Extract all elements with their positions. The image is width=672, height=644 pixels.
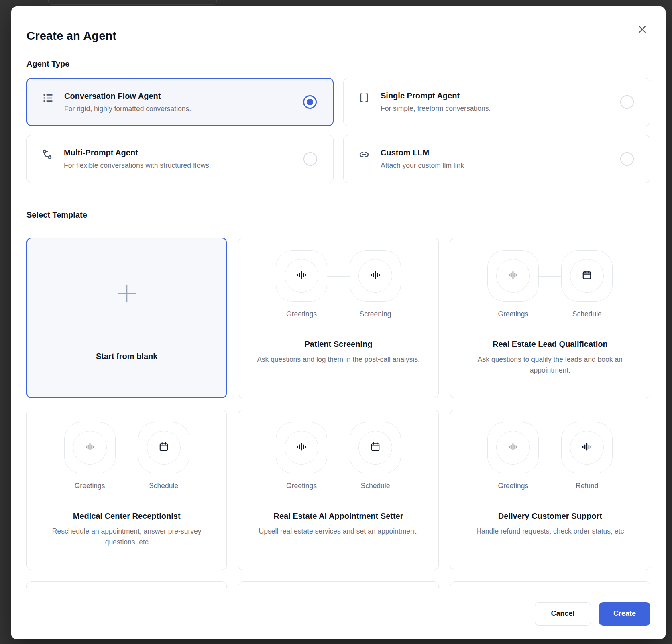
select-template-label: Select Template bbox=[26, 210, 650, 220]
flow-node: Schedule bbox=[561, 250, 613, 319]
agent-type-description: For simple, freeform conversations. bbox=[381, 104, 491, 113]
branch-icon bbox=[41, 149, 53, 161]
agent-type-multi-prompt[interactable]: Multi-Prompt Agent For flexible conversa… bbox=[26, 135, 334, 183]
node-label: Greetings bbox=[498, 481, 528, 491]
waveform-icon bbox=[582, 442, 592, 453]
template-start-from-blank[interactable]: Start from blank bbox=[26, 238, 227, 398]
calendar-icon bbox=[582, 270, 592, 282]
agent-type-single-prompt[interactable]: Single Prompt Agent For simple, freeform… bbox=[343, 78, 650, 126]
template-patient-screening[interactable]: Greetings Screening Patient Screening As… bbox=[238, 238, 438, 398]
node-label: Schedule bbox=[360, 481, 390, 491]
plus-icon bbox=[116, 283, 138, 306]
link-icon bbox=[358, 149, 370, 161]
dialog-footer: Cancel Create bbox=[11, 588, 666, 639]
template-medical-center-receptionist[interactable]: Greetings Schedule Medical Center Recept… bbox=[26, 410, 227, 570]
cancel-button[interactable]: Cancel bbox=[535, 602, 591, 626]
node-label: Greetings bbox=[286, 310, 317, 319]
radio-unselected[interactable] bbox=[303, 152, 317, 166]
flow-node: Schedule bbox=[350, 422, 401, 491]
calendar-icon bbox=[159, 442, 169, 454]
node-label: Schedule bbox=[149, 481, 178, 491]
node-label: Screening bbox=[360, 310, 391, 319]
node-label: Greetings bbox=[286, 481, 317, 491]
agent-type-custom-llm[interactable]: Custom LLM Attach your custom llm link bbox=[343, 135, 650, 183]
template-description: Handle refund requests, check order stat… bbox=[466, 526, 634, 537]
waveform-icon bbox=[508, 442, 518, 453]
template-title: Start from blank bbox=[27, 352, 226, 361]
template-grid: Start from blank Greetings bbox=[26, 238, 650, 588]
template-title: Patient Screening bbox=[252, 339, 424, 350]
dialog-content: Create an Agent Agent Type Conversation … bbox=[11, 6, 666, 588]
agent-type-label: Agent Type bbox=[26, 59, 650, 69]
flow-node: Greetings bbox=[276, 250, 327, 319]
template-delivery-customer-support[interactable]: Greetings Refund Delivery Customer Suppo… bbox=[450, 410, 650, 570]
agent-type-title: Multi-Prompt Agent bbox=[64, 147, 211, 158]
template-description: Ask questions and log them in the post-c… bbox=[254, 354, 423, 365]
flow-node: Schedule bbox=[138, 422, 189, 491]
node-connector bbox=[327, 448, 350, 448]
agent-type-title: Custom LLM bbox=[381, 147, 464, 158]
close-icon bbox=[637, 24, 647, 35]
node-label: Greetings bbox=[498, 310, 528, 319]
background-window-edge bbox=[48, 0, 217, 5]
agent-type-description: For rigid, highly formatted conversation… bbox=[64, 104, 191, 114]
node-connector bbox=[539, 276, 561, 277]
waveform-icon bbox=[371, 270, 380, 281]
template-real-estate-lead-qualification[interactable]: Greetings Schedule Real Estate Lead Qual… bbox=[450, 238, 650, 398]
create-button[interactable]: Create bbox=[599, 602, 650, 626]
waveform-icon bbox=[85, 442, 95, 453]
template-description: Upsell real estate services and set an a… bbox=[254, 526, 423, 537]
agent-type-grid: Conversation Flow Agent For rigid, highl… bbox=[26, 78, 650, 183]
agent-type-description: For flexible conversations with structur… bbox=[64, 161, 211, 170]
node-connector bbox=[539, 448, 561, 448]
template-card-partial[interactable] bbox=[238, 581, 438, 588]
close-button[interactable] bbox=[635, 22, 650, 37]
template-description: Reschedule an appointment, answer pre-su… bbox=[43, 526, 211, 548]
template-card-partial[interactable] bbox=[450, 581, 650, 588]
agent-type-title: Single Prompt Agent bbox=[381, 90, 491, 101]
dialog-title: Create an Agent bbox=[26, 28, 650, 43]
flow-node: Refund bbox=[561, 422, 613, 491]
node-label: Schedule bbox=[572, 310, 602, 319]
template-title: Real Estate AI Appointment Setter bbox=[252, 511, 424, 522]
list-flow-icon bbox=[42, 92, 54, 104]
flow-node: Screening bbox=[350, 250, 401, 319]
brackets-icon bbox=[358, 92, 370, 104]
node-label: Greetings bbox=[75, 481, 105, 491]
waveform-icon bbox=[297, 270, 306, 281]
template-title: Real Estate Lead Qualification bbox=[464, 339, 636, 350]
waveform-icon bbox=[508, 270, 518, 281]
agent-type-description: Attach your custom llm link bbox=[381, 161, 464, 170]
agent-type-title: Conversation Flow Agent bbox=[64, 91, 191, 101]
agent-type-conversation-flow[interactable]: Conversation Flow Agent For rigid, highl… bbox=[26, 78, 334, 126]
node-connector bbox=[327, 276, 350, 277]
create-agent-dialog: Create an Agent Agent Type Conversation … bbox=[11, 6, 666, 639]
flow-node: Greetings bbox=[64, 422, 116, 491]
radio-unselected[interactable] bbox=[620, 95, 634, 109]
flow-node: Greetings bbox=[487, 250, 539, 319]
template-title: Medical Center Receptionist bbox=[41, 511, 213, 522]
template-description: Ask questions to qualify the leads and b… bbox=[466, 354, 634, 376]
template-real-estate-ai-appointment-setter[interactable]: Greetings Schedule Real Estate AI Appoin… bbox=[238, 410, 438, 570]
node-label: Refund bbox=[576, 481, 598, 491]
flow-node: Greetings bbox=[276, 422, 327, 491]
radio-selected[interactable] bbox=[303, 95, 317, 109]
flow-node: Greetings bbox=[487, 422, 539, 491]
template-title: Delivery Customer Support bbox=[464, 511, 636, 522]
template-card-partial[interactable] bbox=[26, 581, 227, 588]
waveform-icon bbox=[297, 442, 306, 453]
radio-unselected[interactable] bbox=[620, 152, 634, 166]
calendar-icon bbox=[370, 442, 381, 454]
node-connector bbox=[116, 448, 138, 448]
